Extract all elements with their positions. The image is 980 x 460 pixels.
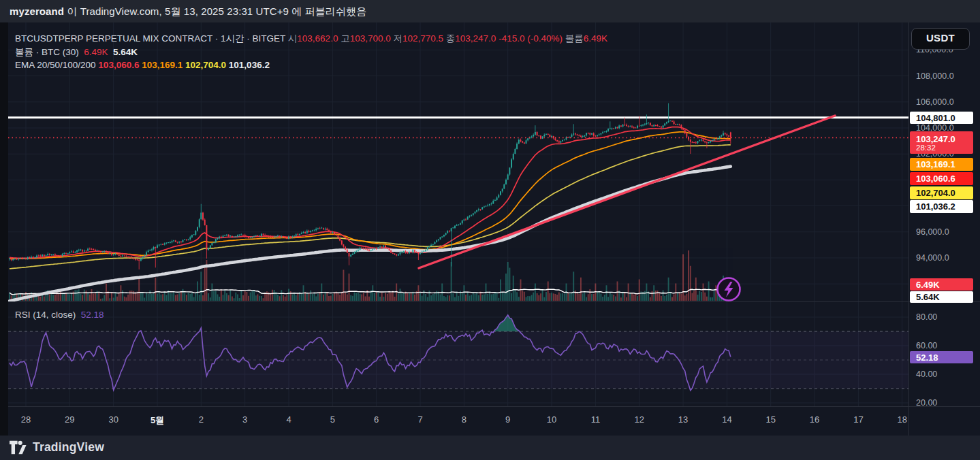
time-axis-label: 14 xyxy=(722,414,731,425)
volume-current-value: 6.49K xyxy=(84,47,108,57)
ema-indicator-name: EMA 20/50/100/200 xyxy=(15,60,96,70)
rsi-overbought-fill xyxy=(140,315,520,331)
time-axis-label: 29 xyxy=(65,414,74,425)
currency-toggle-button[interactable]: USDT xyxy=(911,28,970,50)
time-axis-label: 18 xyxy=(897,414,906,425)
time-axis-label: 2 xyxy=(199,414,204,425)
rsi-axis-label: 80.00 xyxy=(916,312,937,322)
rsi-indicator-name: RSI (14, close) xyxy=(15,310,76,320)
time-axis-label: 12 xyxy=(634,414,644,425)
price-pane[interactable] xyxy=(8,103,908,301)
volume-legend-row[interactable]: 볼륨 · BTC (30) 6.49K 5.64K xyxy=(15,46,138,59)
trend-line xyxy=(419,116,835,268)
time-axis-label: 5월 xyxy=(151,414,164,427)
time-axis-label: 11 xyxy=(591,414,601,425)
time-axis-label: 13 xyxy=(678,414,688,425)
lightning-bolt-icon[interactable] xyxy=(718,278,740,301)
symbol-legend-row[interactable]: BTCUSDTPERP PERPETUAL MIX CONTRACT · 1시간… xyxy=(15,33,607,45)
time-axis-label: 3 xyxy=(242,414,247,425)
volume-ma-value: 5.64K xyxy=(113,47,138,57)
last-price-badge: 103,247.028:32 xyxy=(910,131,973,154)
time-axis-label: 30 xyxy=(108,414,118,425)
price-axis-label: 96,000.0 xyxy=(916,227,949,237)
up-candles xyxy=(10,120,723,261)
time-axis-label: 9 xyxy=(505,414,510,425)
published-chart-page: myzeroand 이 TradingView.com, 5월 13, 2025… xyxy=(0,0,980,460)
ema-values: 103,060.6 103,169.1 102,704.0 101,036.2 xyxy=(98,60,270,70)
rsi-legend-row[interactable]: RSI (14, close) 52.18 xyxy=(15,310,104,320)
time-axis-label: 10 xyxy=(547,414,556,425)
ema200-badge: 101,036.2 xyxy=(910,200,973,213)
rsi-current-value: 52.18 xyxy=(81,310,104,320)
ema200-line xyxy=(10,167,731,301)
rsi-value-badge: 52.18 xyxy=(910,351,973,363)
ohlc-values: 시103,662.0 고103,700.0 저102,770.5 종103,24… xyxy=(288,33,607,44)
time-axis-label: 28 xyxy=(21,414,31,425)
time-axis-label: 8 xyxy=(462,414,467,425)
tradingview-brand-text: TradingView xyxy=(33,440,104,455)
volume-indicator-name: 볼륨 · BTC (30) xyxy=(15,47,79,57)
ema50-badge: 103,169.1 xyxy=(910,158,973,171)
volume-badge: 6.49K xyxy=(910,278,973,291)
time-axis-label: 6 xyxy=(374,414,379,425)
rsi-axis-label: 40.00 xyxy=(916,369,937,379)
ema100-badge: 102,704.0 xyxy=(910,186,973,199)
time-axis-label: 4 xyxy=(286,414,291,425)
time-axis-label: 17 xyxy=(853,414,863,425)
price-axis-label: 106,000.0 xyxy=(916,97,954,107)
ema20-badge: 103,060.6 xyxy=(910,172,973,185)
time-axis-label: 7 xyxy=(417,414,422,425)
tradingview-logo-icon xyxy=(10,440,27,455)
rsi-pane[interactable] xyxy=(8,315,908,391)
symbol-title: BTCUSDTPERP PERPETUAL MIX CONTRACT · 1시간… xyxy=(15,33,285,44)
price-axis-label: 108,000.0 xyxy=(916,71,954,81)
time-axis-label: 16 xyxy=(810,414,819,425)
rsi-axis-label: 20.00 xyxy=(916,398,937,408)
price-axis-label: 94,000.0 xyxy=(916,253,949,263)
time-axis-label: 15 xyxy=(765,414,775,425)
ema-legend-row[interactable]: EMA 20/50/100/200 103,060.6 103,169.1 10… xyxy=(15,60,270,70)
rsi-axis-label: 60.00 xyxy=(916,341,937,350)
time-axis-label: 5 xyxy=(330,414,335,425)
tradingview-brand-link[interactable]: TradingView xyxy=(10,440,104,455)
volume-ma-badge: 5.64K xyxy=(910,291,973,303)
footer-bar: TradingView xyxy=(0,436,980,460)
ema50-line xyxy=(10,132,731,259)
hline-price-badge: 104,801.0 xyxy=(910,112,973,124)
